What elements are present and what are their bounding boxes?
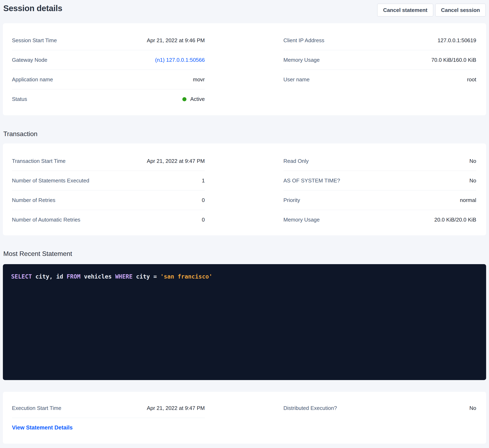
cancel-statement-button[interactable]: Cancel statement <box>377 4 433 17</box>
status-value: Active <box>182 96 205 102</box>
status-active-dot-icon <box>182 97 187 101</box>
execution-card-right-column: Distributed Execution? No <box>283 398 476 438</box>
automatic-retries-label: Number of Automatic Retries <box>12 216 80 223</box>
as-of-system-time-row: AS OF SYSTEM TIME? No <box>283 171 476 191</box>
page-title: Session details <box>3 4 62 13</box>
status-text: Active <box>190 96 205 102</box>
transaction-memory-usage-row: Memory Usage 20.0 KiB/20.0 KiB <box>283 210 476 230</box>
sql-text: city = <box>132 273 160 280</box>
session-start-time-row: Session Start Time Apr 21, 2022 at 9:46 … <box>12 31 205 50</box>
transaction-start-time-value: Apr 21, 2022 at 9:47 PM <box>147 158 205 164</box>
statements-executed-label: Number of Statements Executed <box>12 177 89 184</box>
priority-row: Priority normal <box>283 191 476 210</box>
user-name-row: User name root <box>283 70 476 89</box>
client-ip-row: Client IP Address 127.0.0.1:50619 <box>283 31 476 50</box>
as-of-system-time-label: AS OF SYSTEM TIME? <box>283 177 340 184</box>
statements-executed-value: 1 <box>202 177 205 184</box>
transaction-card: Transaction Start Time Apr 21, 2022 at 9… <box>3 143 486 235</box>
gateway-node-link[interactable]: (n1) 127.0.0.1:50566 <box>155 57 205 63</box>
application-name-row: Application name movr <box>12 70 205 89</box>
distributed-execution-row: Distributed Execution? No <box>283 398 476 418</box>
automatic-retries-value: 0 <box>202 216 205 223</box>
user-name-value: root <box>467 76 476 83</box>
page-header: Session details Cancel statement Cancel … <box>0 0 489 20</box>
gateway-node-label: Gateway Node <box>12 57 47 63</box>
application-name-value: movr <box>193 76 205 83</box>
execution-card: Execution Start Time Apr 21, 2022 at 9:4… <box>3 392 486 444</box>
application-name-label: Application name <box>12 76 53 83</box>
sql-text: city, id <box>32 273 67 280</box>
session-card-right-column: Client IP Address 127.0.0.1:50619 Memory… <box>283 31 476 109</box>
gateway-node-row: Gateway Node (n1) 127.0.0.1:50566 <box>12 50 205 70</box>
session-details-card: Session Start Time Apr 21, 2022 at 9:46 … <box>3 23 486 115</box>
header-actions: Cancel statement Cancel session <box>377 4 486 17</box>
read-only-value: No <box>469 158 476 164</box>
sql-keyword: FROM <box>67 273 81 280</box>
sql-text: vehicles <box>81 273 115 280</box>
distributed-execution-value: No <box>469 405 476 411</box>
read-only-label: Read Only <box>283 158 309 164</box>
session-memory-usage-row: Memory Usage 70.0 KiB/160.0 KiB <box>283 50 476 70</box>
priority-value: normal <box>460 197 476 203</box>
statement-section-heading: Most Recent Statement <box>3 249 489 259</box>
status-label: Status <box>12 96 27 102</box>
session-start-time-value: Apr 21, 2022 at 9:46 PM <box>147 37 205 44</box>
sql-statement-box: SELECT city, id FROM vehicles WHERE city… <box>3 264 486 380</box>
execution-start-time-label: Execution Start Time <box>12 405 61 411</box>
sql-string-literal: 'san francisco' <box>160 273 212 280</box>
as-of-system-time-value: No <box>469 177 476 184</box>
session-memory-usage-label: Memory Usage <box>283 57 320 63</box>
user-name-label: User name <box>283 76 310 83</box>
status-row: Status Active <box>12 89 205 109</box>
priority-label: Priority <box>283 197 300 203</box>
transaction-memory-usage-value: 20.0 KiB/20.0 KiB <box>434 216 476 223</box>
statements-executed-row: Number of Statements Executed 1 <box>12 171 205 191</box>
execution-start-time-value: Apr 21, 2022 at 9:47 PM <box>147 405 205 411</box>
view-statement-details-row: View Statement Details <box>12 418 205 438</box>
session-memory-usage-value: 70.0 KiB/160.0 KiB <box>431 57 476 63</box>
cancel-session-button[interactable]: Cancel session <box>435 4 486 17</box>
sql-keyword: WHERE <box>115 273 132 280</box>
transaction-card-left-column: Transaction Start Time Apr 21, 2022 at 9… <box>12 151 205 230</box>
transaction-start-time-row: Transaction Start Time Apr 21, 2022 at 9… <box>12 151 205 171</box>
transaction-start-time-label: Transaction Start Time <box>12 158 66 164</box>
client-ip-label: Client IP Address <box>283 37 324 44</box>
session-card-left-column: Session Start Time Apr 21, 2022 at 9:46 … <box>12 31 205 109</box>
number-of-retries-value: 0 <box>202 197 205 203</box>
client-ip-value: 127.0.0.1:50619 <box>438 37 476 44</box>
transaction-section-heading: Transaction <box>3 129 489 139</box>
view-statement-details-link[interactable]: View Statement Details <box>12 424 73 431</box>
automatic-retries-row: Number of Automatic Retries 0 <box>12 210 205 230</box>
transaction-card-right-column: Read Only No AS OF SYSTEM TIME? No Prior… <box>283 151 476 230</box>
execution-card-left-column: Execution Start Time Apr 21, 2022 at 9:4… <box>12 398 205 438</box>
distributed-execution-label: Distributed Execution? <box>283 405 337 411</box>
execution-start-time-row: Execution Start Time Apr 21, 2022 at 9:4… <box>12 398 205 418</box>
number-of-retries-row: Number of Retries 0 <box>12 191 205 210</box>
read-only-row: Read Only No <box>283 151 476 171</box>
transaction-memory-usage-label: Memory Usage <box>283 216 320 223</box>
sql-keyword: SELECT <box>11 273 32 280</box>
session-start-time-label: Session Start Time <box>12 37 57 44</box>
number-of-retries-label: Number of Retries <box>12 197 55 203</box>
